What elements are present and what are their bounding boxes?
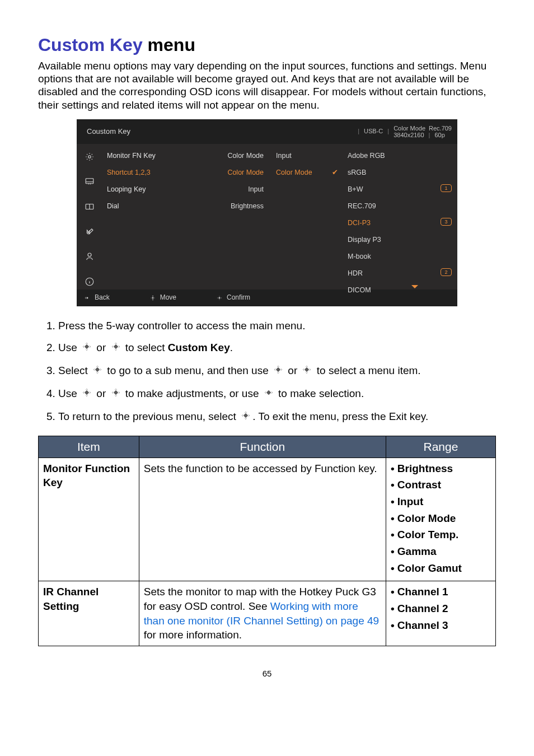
cross-ref-link[interactable]: Working with more than one monitor (IR C… [144, 600, 379, 627]
nav-move-label: Move [160, 293, 176, 302]
osd-hdr-input: USB-C [364, 128, 383, 136]
osd-item[interactable]: Display P3 [348, 236, 452, 244]
step-1: Press the 5-way controller to access the… [58, 319, 491, 333]
range-option: Contrast [391, 478, 491, 492]
osd-item[interactable]: Input [203, 185, 264, 193]
osd-item[interactable]: Input [276, 152, 332, 160]
osd-window-title: Coustom Key [77, 127, 353, 136]
page-title-accent: Custom Key [38, 35, 143, 55]
osd-col5[interactable]: Adobe RGBsRGBB+W1REC.709DCI-P33Display P… [348, 144, 457, 290]
th-function: Function [139, 436, 386, 458]
th-item: Item [39, 436, 139, 458]
osd-item[interactable]: DCI-P33 [348, 219, 452, 227]
svg-point-0 [88, 155, 91, 158]
osd-col1[interactable]: Monitor FN KeyShortcut 1,2,3Looping KeyD… [102, 144, 203, 290]
osd-item[interactable]: sRGB [348, 169, 452, 176]
joystick-icon [240, 410, 251, 424]
osd-item[interactable]: REC.709 [348, 202, 452, 210]
th-range: Range [386, 436, 495, 458]
slot-badge: 2 [441, 268, 452, 276]
cell-range: Channel 1Channel 2Channel 3 [386, 581, 495, 646]
joystick-icon [92, 364, 103, 379]
cell-range: BrightnessContrastInputColor ModeColor T… [386, 458, 495, 581]
osd-col2[interactable]: Color ModeColor ModeInputBrightness [203, 144, 276, 290]
joystick-icon [301, 364, 312, 379]
osd-hdr-refresh: 60p [434, 132, 444, 138]
check-icon: ✔ [332, 169, 348, 176]
table-row: Monitor Function KeySets the function to… [39, 458, 496, 581]
range-option: Channel 2 [391, 601, 491, 616]
range-option: Color Mode [391, 511, 491, 526]
nav-back[interactable]: Back [83, 293, 110, 302]
osd-item[interactable]: Adobe RGB [348, 152, 452, 160]
svg-point-6 [152, 297, 153, 298]
cell-function: Sets the function to be accessed by Func… [139, 458, 386, 581]
step-5: To return to the previous menu, select .… [58, 409, 491, 424]
osd-hdr-cm-value: Rec.709 [429, 125, 452, 132]
svg-point-3 [88, 253, 91, 256]
osd-hdr-res: 3840x2160 [394, 132, 424, 138]
joystick-icon [81, 387, 92, 402]
nav-confirm[interactable]: Confirm [216, 293, 250, 302]
joystick-icon [110, 341, 121, 356]
display-icon[interactable] [85, 176, 95, 189]
osd-col3[interactable]: InputColor Mode [276, 144, 332, 290]
joystick-icon [263, 387, 274, 402]
slot-badge: 1 [441, 184, 452, 192]
svg-rect-1 [86, 179, 93, 184]
range-option: Input [391, 494, 491, 509]
slot-badge: 3 [441, 218, 452, 226]
osd-hdr-cm-label: Color Mode [394, 125, 425, 132]
cell-function: Sets the monitor to map with the Hotkey … [139, 581, 386, 646]
osd-item[interactable]: Monitor FN Key [107, 152, 203, 160]
nav-move[interactable]: Move [149, 293, 176, 302]
joystick-icon [110, 387, 121, 402]
custom-key-icon[interactable] [85, 227, 95, 240]
osd-item[interactable]: M-book [348, 253, 452, 260]
osd-item[interactable]: Shortcut 1,2,3 [107, 169, 203, 176]
brightness-icon[interactable] [85, 152, 95, 165]
osd-icon-column [77, 144, 102, 290]
reference-table: Item Function Range Monitor Function Key… [38, 436, 496, 646]
range-option: Channel 3 [391, 618, 491, 633]
osd-item[interactable]: B+W1 [348, 185, 452, 193]
table-row: IR Channel SettingSets the monitor to ma… [39, 581, 496, 646]
osd-header: Coustom Key | USB-C | Color Mode Rec.709… [77, 119, 457, 144]
joystick-icon [273, 364, 284, 379]
osd-item[interactable]: Color Mode [203, 152, 264, 160]
range-option: Brightness [391, 461, 491, 476]
nav-confirm-label: Confirm [227, 293, 250, 302]
osd-item[interactable]: Brightness [203, 202, 264, 210]
cell-item: IR Channel Setting [39, 581, 139, 646]
cell-item: Monitor Function Key [39, 458, 139, 581]
split-icon[interactable] [85, 202, 95, 214]
range-option: Color Temp. [391, 528, 491, 542]
range-option: Gamma [391, 544, 491, 559]
info-icon[interactable] [85, 277, 95, 290]
intro-text: Available menu options may vary dependin… [38, 59, 496, 111]
osd-item[interactable]: Color Mode [203, 169, 264, 176]
instruction-list: Press the 5-way controller to access the… [43, 319, 491, 424]
range-option: Channel 1 [391, 585, 491, 599]
osd-panel: Coustom Key | USB-C | Color Mode Rec.709… [77, 119, 457, 306]
user-icon[interactable] [85, 251, 95, 264]
svg-point-7 [219, 297, 220, 298]
joystick-icon [81, 341, 92, 356]
svg-point-5 [87, 297, 88, 298]
osd-item[interactable]: DICOM [348, 286, 452, 294]
step-4: Use or to make adjustments, or use to ma… [58, 386, 491, 402]
step-3: Select to go to a sub menu, and then use… [58, 363, 491, 379]
page-number: 65 [38, 669, 496, 679]
osd-item[interactable]: Color Mode [276, 169, 332, 176]
osd-item[interactable]: Looping Key [107, 185, 203, 193]
range-option: Color Gamut [391, 561, 491, 576]
osd-item[interactable]: HDR2 [348, 269, 452, 277]
step-2: Use or to select Custom Key. [58, 340, 491, 356]
page-title-rest: menu [143, 35, 195, 55]
osd-item[interactable]: Dial [107, 202, 203, 210]
osd-col4: ✔ [332, 144, 348, 290]
nav-back-label: Back [95, 293, 110, 302]
